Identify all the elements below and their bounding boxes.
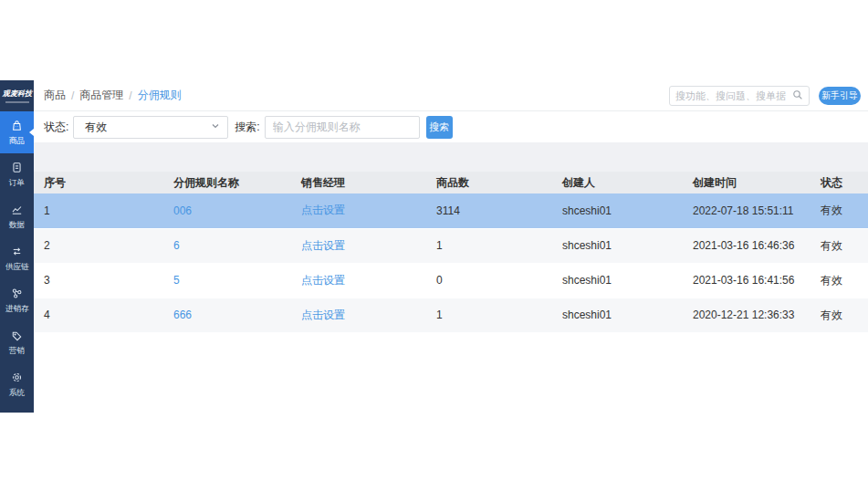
cell-index: 1 (34, 193, 163, 228)
sidebar-item-marketing[interactable]: 营销 (0, 321, 34, 363)
order-doc-icon (10, 161, 24, 174)
commission-rules-table: 序号 分佣规则名称 销售经理 商品数 创建人 创建时间 状态 1 006 点击设… (34, 172, 868, 333)
status-filter-label: 状态: (44, 120, 68, 135)
sales-manager-link[interactable]: 点击设置 (301, 239, 345, 252)
sales-manager-link[interactable]: 点击设置 (301, 309, 345, 321)
sidebar-item-supply-chain[interactable]: 供应链 (0, 237, 34, 279)
global-search-box[interactable] (669, 86, 810, 106)
cell-creator: shceshi01 (552, 263, 683, 298)
cell-index: 4 (34, 298, 163, 332)
cell-product-count: 1 (426, 298, 552, 332)
status-select-value: 有效 (85, 120, 107, 135)
breadcrumb-item-commission-rules: 分佣规则 (138, 88, 182, 103)
sidebar-item-system[interactable]: 系统 (0, 363, 34, 405)
cell-status: 有效 (810, 263, 868, 298)
rule-name-link[interactable]: 006 (173, 204, 192, 217)
sidebar-item-inventory[interactable]: 进销存 (0, 279, 34, 321)
breadcrumb: 商品 / 商品管理 / 分佣规则 (44, 88, 182, 103)
keyword-search-label: 搜索: (235, 120, 259, 135)
rule-name-input[interactable] (265, 116, 420, 139)
shopping-bag-icon (10, 119, 24, 132)
cell-created-at: 2022-07-18 15:51:11 (683, 193, 810, 228)
rule-name-link[interactable]: 5 (173, 274, 180, 287)
newbie-guide-button[interactable]: 新手引导 (819, 87, 861, 105)
sales-manager-link[interactable]: 点击设置 (301, 274, 345, 287)
chevron-down-icon (211, 120, 220, 133)
cell-created-at: 2021-03-16 16:41:56 (683, 263, 810, 298)
table-row[interactable]: 1 006 点击设置 3114 shceshi01 2022-07-18 15:… (34, 193, 868, 228)
gear-icon (10, 371, 24, 384)
cell-product-count: 1 (426, 228, 552, 263)
logo-text: 观麦科技 (2, 89, 31, 99)
sidebar: 观麦科技 商品 订单 (0, 80, 34, 413)
col-header-product-count: 商品数 (426, 172, 552, 193)
rule-name-link[interactable]: 6 (173, 239, 180, 252)
breadcrumb-separator: / (129, 89, 131, 102)
cell-status: 有效 (810, 298, 868, 332)
table-header-row: 序号 分佣规则名称 销售经理 商品数 创建人 创建时间 状态 (34, 172, 868, 193)
cell-index: 3 (34, 263, 163, 298)
sidebar-item-label: 营销 (9, 345, 25, 356)
sidebar-item-label: 商品 (9, 135, 25, 146)
col-header-index: 序号 (34, 172, 163, 193)
col-header-creator: 创建人 (552, 172, 683, 193)
sidebar-item-label: 数据 (9, 219, 25, 230)
content-spacer (34, 142, 868, 172)
global-search-input[interactable] (675, 90, 792, 101)
sidebar-item-goods[interactable]: 商品 (0, 111, 34, 153)
breadcrumb-item-goods[interactable]: 商品 (44, 88, 66, 103)
col-header-rule-name: 分佣规则名称 (163, 172, 291, 193)
col-header-created-at: 创建时间 (683, 172, 810, 193)
sidebar-item-data[interactable]: 数据 (0, 195, 34, 237)
cell-status: 有效 (810, 228, 868, 263)
swap-arrows-icon (10, 245, 24, 258)
filter-bar: 状态: 有效 搜索: 搜索 (34, 111, 868, 142)
cell-created-at: 2020-12-21 12:36:33 (683, 298, 810, 332)
logo: 观麦科技 (0, 80, 34, 111)
line-chart-icon (10, 203, 24, 216)
table-row[interactable]: 2 6 点击设置 1 shceshi01 2021-03-16 16:46:36… (34, 228, 868, 263)
breadcrumb-bar: 商品 / 商品管理 / 分佣规则 新手引导 (34, 80, 868, 111)
topbar-right: 新手引导 (669, 86, 861, 106)
cell-product-count: 3114 (426, 193, 552, 228)
magnifier-icon[interactable] (792, 88, 803, 104)
cell-creator: shceshi01 (552, 298, 683, 332)
logo-subtext (5, 101, 29, 103)
cell-creator: shceshi01 (552, 193, 683, 228)
price-tag-icon (10, 329, 24, 342)
table-row[interactable]: 3 5 点击设置 0 shceshi01 2021-03-16 16:41:56… (34, 263, 868, 298)
cell-product-count: 0 (426, 263, 552, 298)
col-header-sales-manager: 销售经理 (291, 172, 426, 193)
rule-name-link[interactable]: 666 (173, 309, 192, 321)
cell-creator: shceshi01 (552, 228, 683, 263)
breadcrumb-item-goods-management[interactable]: 商品管理 (79, 88, 123, 103)
main-content: 商品 / 商品管理 / 分佣规则 新手引导 (34, 80, 868, 333)
linked-circles-icon (10, 287, 24, 300)
cell-created-at: 2021-03-16 16:46:36 (683, 228, 810, 263)
sales-manager-link[interactable]: 点击设置 (301, 204, 345, 216)
cell-index: 2 (34, 228, 163, 263)
sidebar-item-label: 订单 (9, 177, 25, 188)
breadcrumb-separator: / (71, 89, 74, 102)
sidebar-item-label: 进销存 (5, 303, 28, 314)
sidebar-item-orders[interactable]: 订单 (0, 153, 34, 195)
col-header-status: 状态 (810, 172, 868, 193)
table-row[interactable]: 4 666 点击设置 1 shceshi01 2020-12-21 12:36:… (34, 298, 868, 332)
sidebar-item-label: 系统 (9, 387, 25, 398)
search-button[interactable]: 搜索 (426, 116, 453, 139)
status-select[interactable]: 有效 (73, 116, 228, 139)
cell-status: 有效 (810, 193, 868, 228)
sidebar-item-label: 供应链 (5, 261, 28, 272)
